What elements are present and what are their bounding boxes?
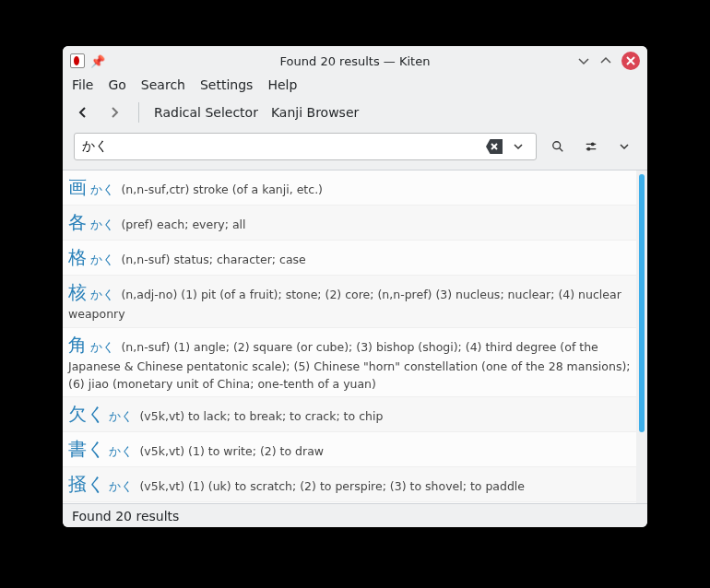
sliders-icon <box>585 140 598 153</box>
result-entry[interactable]: 書くかく (v5k,vt) (1) to write; (2) to draw <box>63 432 636 467</box>
entry-reading: かく <box>90 218 117 231</box>
svg-line-5 <box>560 148 563 152</box>
result-entry[interactable]: 格かく (n,n-suf) status; character; case <box>63 241 636 276</box>
menubar: File Go Search Settings Help <box>63 76 647 98</box>
filter-button[interactable] <box>579 135 603 159</box>
entry-reading: かく <box>109 410 136 423</box>
entry-kanji: 書く <box>68 439 105 459</box>
entry-definition: (v5k,vt) to lack; to break; to crack; to… <box>139 409 383 423</box>
menu-settings[interactable]: Settings <box>200 77 253 92</box>
entry-definition: (pref) each; every; all <box>121 218 245 231</box>
kanji-browser-button[interactable]: Kanji Browser <box>269 103 361 122</box>
close-button[interactable] <box>621 52 640 70</box>
entry-kanji: 核 <box>68 282 87 302</box>
search-history-dropdown[interactable] <box>506 135 530 159</box>
result-entry[interactable]: 欠くかく (v5k,vt) to lack; to break; to crac… <box>63 397 636 432</box>
result-entry[interactable]: 画かく (n,n-suf,ctr) stroke (of a kanji, et… <box>63 171 636 206</box>
results-area: 画かく (n,n-suf,ctr) stroke (of a kanji, et… <box>63 170 647 503</box>
result-entry[interactable]: 掻くかく (v5k,vt) (1) (uk) to scratch; (2) t… <box>63 467 636 502</box>
search-box <box>74 133 537 160</box>
menu-file[interactable]: File <box>72 77 93 92</box>
entry-kanji: 各 <box>68 212 87 232</box>
nav-forward-button[interactable] <box>103 101 125 123</box>
toolbar: Radical Selector Kanji Browser <box>63 98 647 133</box>
pin-icon[interactable]: 📌 <box>90 54 105 68</box>
entry-kanji: 欠く <box>68 404 105 424</box>
menu-go[interactable]: Go <box>108 77 125 92</box>
svg-point-9 <box>587 147 590 150</box>
entry-kanji: 画 <box>68 177 87 197</box>
statusbar: Found 20 results <box>63 503 647 527</box>
app-icon <box>70 53 85 68</box>
entry-definition: (v5k,vt) (1) (uk) to scratch; (2) to per… <box>139 479 525 493</box>
entry-definition: (n,n-suf) (1) angle; (2) square (or cube… <box>68 340 631 391</box>
entry-kanji: 掻く <box>68 474 105 494</box>
results-list: 画かく (n,n-suf,ctr) stroke (of a kanji, et… <box>63 171 636 503</box>
entry-reading: かく <box>109 445 136 458</box>
entry-reading: かく <box>90 288 117 301</box>
filter-dropdown[interactable] <box>612 135 636 159</box>
svg-point-7 <box>591 143 594 146</box>
entry-reading: かく <box>109 480 136 493</box>
result-entry[interactable]: 核かく (n,adj-no) (1) pit (of a fruit); sto… <box>63 276 636 328</box>
result-entry[interactable]: 角かく (n,n-suf) (1) angle; (2) square (or … <box>63 328 636 398</box>
menu-search[interactable]: Search <box>141 77 185 92</box>
entry-definition: (n,n-suf) status; character; case <box>121 253 305 266</box>
search-row <box>63 133 647 170</box>
toolbar-separator <box>138 102 139 123</box>
svg-point-4 <box>553 142 561 149</box>
minimize-button[interactable] <box>574 51 594 71</box>
entry-definition: (n,adj-no) (1) pit (of a fruit); stone; … <box>68 288 621 321</box>
nav-back-button[interactable] <box>72 101 94 123</box>
scrollbar-thumb[interactable] <box>639 174 645 432</box>
entry-kanji: 角 <box>68 335 87 355</box>
app-window: 📌 Found 20 results — Kiten File Go Searc… <box>63 46 647 527</box>
titlebar: 📌 Found 20 results — Kiten <box>63 46 647 76</box>
search-input[interactable] <box>82 139 486 154</box>
entry-kanji: 格 <box>68 247 87 267</box>
status-text: Found 20 results <box>72 509 179 523</box>
entry-reading: かく <box>90 253 117 266</box>
scrollbar[interactable] <box>636 171 647 503</box>
entry-reading: かく <box>90 183 117 196</box>
window-title: Found 20 results — Kiten <box>63 54 647 68</box>
clear-input-button[interactable] <box>486 139 503 154</box>
search-button[interactable] <box>546 135 570 159</box>
entry-definition: (v5k,vt) (1) to write; (2) to draw <box>139 444 324 458</box>
menu-help[interactable]: Help <box>267 77 297 92</box>
chevron-down-icon <box>618 140 631 153</box>
search-icon <box>551 140 564 153</box>
result-entry[interactable]: 各かく (pref) each; every; all <box>63 206 636 241</box>
entry-definition: (n,n-suf,ctr) stroke (of a kanji, etc.) <box>121 182 323 196</box>
entry-reading: かく <box>90 341 117 354</box>
radical-selector-button[interactable]: Radical Selector <box>152 103 260 122</box>
maximize-button[interactable] <box>596 51 616 71</box>
